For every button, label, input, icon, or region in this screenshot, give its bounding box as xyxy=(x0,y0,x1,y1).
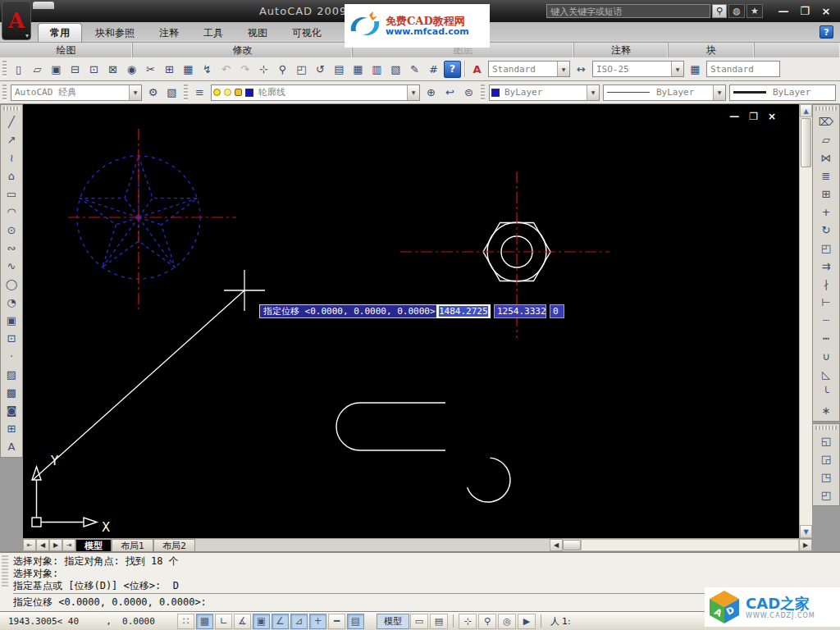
bring-to-front-icon[interactable]: ◱ xyxy=(817,431,835,450)
join-icon[interactable]: ∪ xyxy=(817,347,835,365)
quick-view-drawings-icon[interactable]: ▤ xyxy=(430,614,448,629)
tab-layout2[interactable]: 布局2 xyxy=(153,539,195,551)
toolbar-grip[interactable] xyxy=(2,84,7,101)
fillet-icon[interactable]: ╰ xyxy=(817,383,835,401)
mtext-icon[interactable]: A xyxy=(2,437,21,455)
dim-style-dropdown[interactable]: ISO-25 xyxy=(592,61,684,77)
undo-icon[interactable]: ↶ xyxy=(217,61,235,78)
ellipse-arc-icon[interactable]: ◔ xyxy=(2,293,21,311)
osnap-toggle[interactable]: ▣ xyxy=(253,614,270,629)
scroll-left-icon[interactable]: ◀ xyxy=(550,539,563,551)
copy-object-icon[interactable]: ▱ xyxy=(817,130,835,148)
linetype-dropdown[interactable]: ByLayer xyxy=(603,84,726,101)
layer-dropdown[interactable]: 轮廓线 xyxy=(211,84,420,101)
markup-set-manager-icon[interactable]: ✎ xyxy=(406,61,423,78)
spline-icon[interactable]: ∿ xyxy=(2,257,21,275)
chevron-down-icon[interactable] xyxy=(713,85,725,100)
new-file-icon[interactable]: ▯ xyxy=(10,61,27,78)
vertical-scrollbar[interactable]: ▲ ▼ xyxy=(799,104,812,538)
table-style-icon[interactable]: ▦ xyxy=(687,61,704,78)
zoom-window-icon[interactable]: ◰ xyxy=(293,61,310,78)
text-style-icon[interactable]: A xyxy=(468,61,486,78)
stretch-icon[interactable]: ⇉ xyxy=(817,257,835,275)
workspace-settings-icon[interactable]: ⚙ xyxy=(144,84,162,101)
toolbar-grip[interactable] xyxy=(2,61,7,77)
dynamic-input-z-field[interactable]: 0 xyxy=(550,304,564,318)
communication-center-icon[interactable]: ◍ xyxy=(728,4,745,18)
minimize-button[interactable]: — xyxy=(729,111,739,122)
polar-toggle[interactable]: ∡ xyxy=(234,614,251,629)
table-style-dropdown[interactable]: Standard xyxy=(706,61,780,77)
horizontal-scrollbar[interactable]: ◀ ▶ xyxy=(550,539,812,551)
command-panel-grip[interactable] xyxy=(2,555,8,588)
scroll-up-icon[interactable]: ▲ xyxy=(800,104,812,117)
tab-view[interactable]: 视图 xyxy=(236,24,279,42)
copy-icon[interactable]: ⊞ xyxy=(161,61,178,78)
toolbar-grip[interactable] xyxy=(815,107,837,111)
print-icon[interactable]: ⊟ xyxy=(66,61,84,78)
tab-layout1[interactable]: 布局1 xyxy=(112,539,153,551)
eplot-icon[interactable]: ⊠ xyxy=(104,61,121,78)
workspace-dropdown[interactable]: AutoCAD 经典 xyxy=(11,84,142,101)
restore-button[interactable]: ❐ xyxy=(796,4,814,19)
erase-icon[interactable]: ⌦ xyxy=(817,112,835,130)
tab-home[interactable]: 常用 xyxy=(38,23,82,42)
chevron-down-icon[interactable] xyxy=(587,85,599,100)
revision-cloud-icon[interactable]: ∾ xyxy=(2,239,21,257)
array-icon[interactable]: ⊞ xyxy=(817,185,835,203)
layer-properties-manager-icon[interactable]: ≡ xyxy=(191,84,208,101)
polygon-icon[interactable]: ⌂ xyxy=(2,167,21,185)
layer-lock-icon[interactable] xyxy=(235,89,242,96)
panel-draw[interactable]: 绘图 xyxy=(0,43,133,57)
lineweight-dropdown[interactable]: ByLayer xyxy=(729,84,836,101)
close-button[interactable]: × xyxy=(817,4,835,19)
prev-tab-icon[interactable]: ◀ xyxy=(36,539,49,551)
toolbar-grip[interactable] xyxy=(184,84,188,101)
tab-tools[interactable]: 工具 xyxy=(192,24,235,42)
chamfer-icon[interactable]: ◺ xyxy=(817,365,835,383)
panel-annotation[interactable]: 注释 xyxy=(574,43,669,57)
break-icon[interactable]: ┅ xyxy=(817,329,835,347)
chevron-down-icon[interactable] xyxy=(557,62,569,76)
steering-wheel-icon[interactable]: ◎ xyxy=(498,614,516,629)
dynamic-input-y-field[interactable]: 1254.3332 xyxy=(494,304,546,318)
help-icon[interactable]: ? xyxy=(444,61,461,78)
explode-icon[interactable]: ∗ xyxy=(817,401,835,419)
scrollbar-thumb[interactable] xyxy=(801,118,811,167)
scrollbar-thumb[interactable] xyxy=(563,540,581,550)
rectangle-icon[interactable]: ▭ xyxy=(2,185,21,203)
layer-previous-icon[interactable]: ↩ xyxy=(441,84,459,101)
table-icon[interactable]: ⊞ xyxy=(2,419,21,437)
search-input[interactable] xyxy=(546,4,710,18)
make-block-icon[interactable]: ⊡ xyxy=(2,329,21,347)
model-space-button[interactable]: 模型 xyxy=(377,614,409,629)
gradient-icon[interactable]: ▩ xyxy=(2,383,21,401)
offset-icon[interactable]: ≣ xyxy=(817,167,835,185)
point-icon[interactable]: · xyxy=(2,347,21,365)
polyline-icon[interactable]: ≀ xyxy=(2,148,21,167)
bring-above-icon[interactable]: ◳ xyxy=(817,468,835,486)
scroll-right-icon[interactable]: ▶ xyxy=(799,539,812,551)
toolbar-grip[interactable] xyxy=(815,426,837,430)
color-dropdown[interactable]: ByLayer xyxy=(489,84,600,101)
move-icon[interactable]: + xyxy=(817,203,835,221)
quick-view-layouts-icon[interactable]: ▭ xyxy=(410,614,428,629)
search-icon[interactable]: ⚲ xyxy=(712,4,727,18)
rotate-icon[interactable]: ↻ xyxy=(817,221,835,239)
panel-spacer[interactable] xyxy=(755,43,840,57)
open-file-icon[interactable]: ▱ xyxy=(29,61,46,78)
chevron-down-icon[interactable] xyxy=(129,85,141,100)
app-menu-button[interactable]: A ▾ xyxy=(2,1,31,40)
panel-modify[interactable]: 修改 xyxy=(133,43,353,57)
scroll-down-icon[interactable]: ▼ xyxy=(800,525,812,538)
tab-visualize[interactable]: 可视化 xyxy=(281,24,333,42)
send-to-back-icon[interactable]: ◲ xyxy=(817,450,835,468)
ellipse-icon[interactable]: ◯ xyxy=(2,275,21,293)
minimize-button[interactable]: — xyxy=(774,4,792,19)
show-motion-icon[interactable]: ▶ xyxy=(518,614,536,629)
zoom-icon[interactable]: ⚲ xyxy=(478,614,496,629)
next-tab-icon[interactable]: ▶ xyxy=(49,539,62,551)
quick-properties-toggle[interactable]: ▤ xyxy=(347,614,364,629)
insert-block-icon[interactable]: ▣ xyxy=(2,311,21,329)
construction-line-icon[interactable]: ↗ xyxy=(2,130,21,148)
